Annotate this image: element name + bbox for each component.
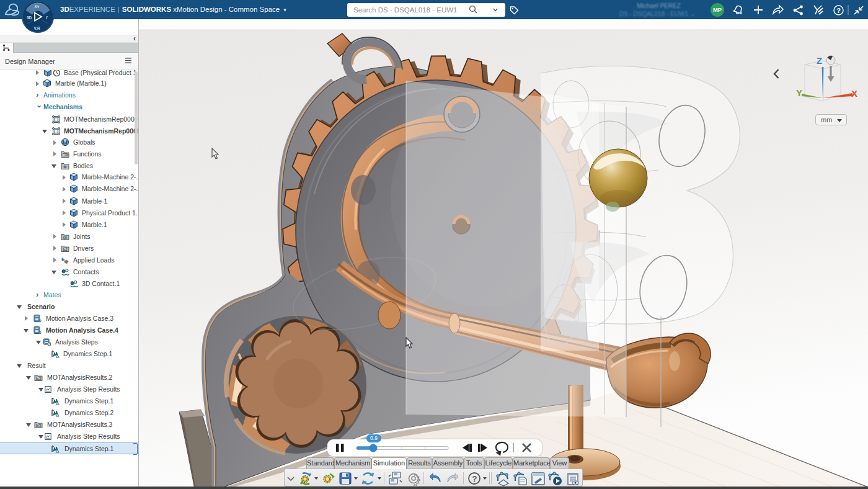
svg-text:ʎʏ: ʎʏ (35, 4, 40, 9)
svg-text:V.R: V.R (34, 26, 41, 30)
svg-text:3D: 3D (27, 16, 32, 20)
svg-text:?: ? (472, 474, 477, 483)
svg-text:i': i' (46, 16, 48, 20)
svg-text:X: X (851, 88, 857, 99)
svg-text:Z: Z (817, 55, 822, 66)
svg-text:Y: Y (796, 87, 802, 98)
svg-text:?: ? (836, 7, 841, 14)
